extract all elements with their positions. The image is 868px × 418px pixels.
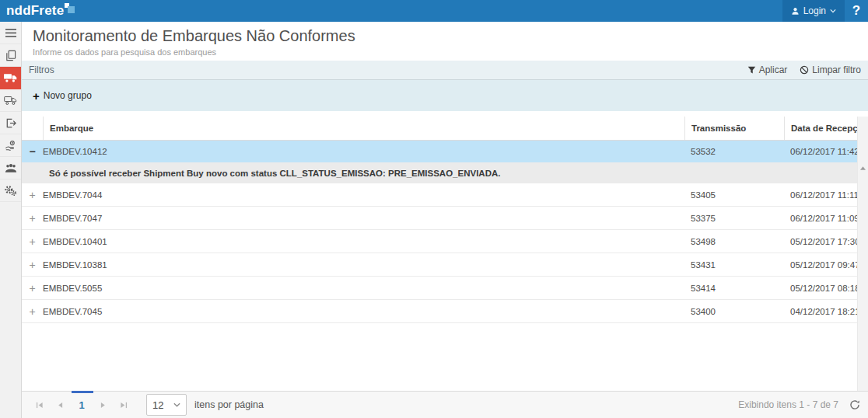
filters-panel-header: Filtros Aplicar Limpar filtro <box>22 61 868 80</box>
menu-toggle-button[interactable] <box>0 22 21 44</box>
column-header-transmissao-label: Transmissão <box>691 124 746 133</box>
cell-transmissao: 53405 <box>684 190 784 200</box>
help-button[interactable]: ? <box>845 0 868 22</box>
sidebar-item-documents[interactable] <box>0 44 21 67</box>
previous-page-button[interactable] <box>50 395 70 415</box>
settings-gears-icon <box>4 185 17 197</box>
plus-icon: + <box>33 90 40 102</box>
sidebar-item-exportar[interactable] <box>0 112 21 134</box>
pager-status-text: Exibindo itens 1 - 7 de 7 <box>738 399 838 410</box>
page-size-select[interactable]: 12 <box>146 394 187 416</box>
funnel-icon <box>747 66 756 75</box>
cell-embarque: EMBDEV.7047 <box>43 214 684 223</box>
cell-transmissao: 53414 <box>684 284 784 293</box>
table-row[interactable]: + EMBDEV.5055 53414 05/12/2017 08:18 <box>22 277 857 300</box>
column-header-embarque-label: Embarque <box>50 124 93 133</box>
embarques-grid: Embarque Transmissão Data de Recepção ↓ … <box>22 117 868 323</box>
main-content: Monitoramento de Embarques Não Conformes… <box>22 22 868 418</box>
cell-data-recepcao: 04/12/2017 18:21 <box>784 307 857 316</box>
grid-header-row: Embarque Transmissão Data de Recepção ↓ <box>22 117 857 141</box>
table-row[interactable]: + EMBDEV.7047 53375 06/12/2017 11:09 <box>22 207 857 230</box>
clear-filter-label: Limpar filtro <box>812 64 861 75</box>
cell-transmissao: 53400 <box>684 307 784 316</box>
table-row[interactable]: + EMBDEV.10401 53498 05/12/2017 17:30 <box>22 230 857 253</box>
column-header-data-recepcao[interactable]: Data de Recepção ↓ <box>784 117 857 140</box>
sidebar-nav <box>0 22 22 418</box>
users-icon <box>5 163 17 173</box>
login-menu-button[interactable]: Login <box>782 0 845 22</box>
last-page-icon <box>120 402 128 409</box>
new-group-label: Novo grupo <box>44 90 92 101</box>
new-group-button[interactable]: + Novo grupo <box>33 90 92 102</box>
sidebar-item-configuracoes[interactable] <box>0 179 21 202</box>
expand-row-button[interactable]: + <box>29 213 35 224</box>
cell-embarque: EMBDEV.7044 <box>43 190 684 200</box>
cell-data-recepcao: 06/12/2017 11:11 <box>784 190 857 200</box>
previous-page-icon <box>57 402 63 409</box>
expand-row-button[interactable]: + <box>29 190 35 200</box>
apply-filter-label: Aplicar <box>759 64 788 75</box>
expand-row-button[interactable]: + <box>29 236 35 247</box>
expand-row-button[interactable]: + <box>29 283 35 294</box>
refresh-icon <box>849 399 860 410</box>
nddfrete-logo: nddFrete <box>6 2 75 20</box>
cell-transmissao: 53532 <box>684 147 784 156</box>
pagination-bar: 1 12 itens por página Exibindo itens 1 -… <box>22 391 868 418</box>
truck-icon <box>4 73 17 83</box>
logout-icon <box>5 117 16 129</box>
sidebar-item-entregas[interactable] <box>0 89 21 112</box>
documents-icon <box>5 50 16 61</box>
next-page-button[interactable] <box>93 395 114 415</box>
topbar: nddFrete Login ? <box>0 0 868 22</box>
chevron-down-icon <box>173 402 180 407</box>
expand-row-button[interactable]: + <box>29 306 35 317</box>
expand-row-button[interactable]: + <box>29 260 35 270</box>
row-detail-message: Só é possível receber Shipment Buy novo … <box>22 162 857 183</box>
filters-panel-body: + Novo grupo <box>22 80 868 111</box>
hand-coin-icon <box>5 140 17 152</box>
page-header: Monitoramento de Embarques Não Conformes… <box>22 22 868 61</box>
table-row[interactable]: + EMBDEV.7045 53400 04/12/2017 18:21 <box>22 300 857 323</box>
page-subtitle: Informe os dados para pesquisa dos embar… <box>33 47 868 57</box>
chevron-down-icon <box>830 9 836 13</box>
collapse-row-button[interactable]: − <box>29 146 35 157</box>
cell-data-recepcao: 06/12/2017 11:42 <box>784 147 857 156</box>
clear-filter-button[interactable]: Limpar filtro <box>800 64 861 75</box>
table-row[interactable]: + EMBDEV.10381 53431 05/12/2017 09:47 <box>22 253 857 277</box>
first-page-button[interactable] <box>30 395 50 415</box>
sidebar-item-financeiro[interactable] <box>0 134 21 157</box>
truck-delivery-icon <box>4 96 17 106</box>
cell-embarque: EMBDEV.10412 <box>43 147 684 156</box>
refresh-button[interactable] <box>849 399 860 410</box>
page-number-button[interactable]: 1 <box>70 399 93 411</box>
cell-embarque: EMBDEV.7045 <box>43 307 684 316</box>
block-icon <box>800 65 809 75</box>
table-row[interactable]: + EMBDEV.7044 53405 06/12/2017 11:11 <box>22 183 857 207</box>
logo-text: nddFrete <box>6 2 64 20</box>
cell-embarque: EMBDEV.10381 <box>43 260 684 270</box>
cell-embarque: EMBDEV.5055 <box>43 284 684 293</box>
hamburger-icon <box>5 29 16 37</box>
apply-filter-button[interactable]: Aplicar <box>747 64 788 75</box>
scroll-up-icon <box>860 166 866 170</box>
cell-transmissao: 53375 <box>684 214 784 223</box>
error-message: Só é possível receber Shipment Buy novo … <box>49 169 500 178</box>
last-page-button[interactable] <box>114 395 134 415</box>
column-header-embarque[interactable]: Embarque <box>43 117 684 140</box>
cell-transmissao: 53498 <box>684 237 784 246</box>
logo-squares-icon <box>65 3 75 14</box>
next-page-icon <box>100 402 107 409</box>
user-icon <box>791 7 800 16</box>
page-title: Monitoramento de Embarques Não Conformes <box>33 27 868 45</box>
table-row[interactable]: − EMBDEV.10412 53532 06/12/2017 11:42 <box>22 141 857 162</box>
sidebar-item-usuarios[interactable] <box>0 157 21 179</box>
column-header-transmissao[interactable]: Transmissão <box>684 117 784 140</box>
page-size-value: 12 <box>152 399 163 411</box>
cell-data-recepcao: 06/12/2017 11:09 <box>784 214 857 223</box>
app-window: nddFrete Login ? <box>0 0 868 418</box>
current-page-indicator <box>72 391 93 393</box>
sidebar-item-embarques-active[interactable] <box>0 67 21 89</box>
page-size-label: itens por página <box>194 399 264 410</box>
filters-title: Filtros <box>29 64 54 75</box>
vertical-scrollbar[interactable] <box>857 117 868 391</box>
